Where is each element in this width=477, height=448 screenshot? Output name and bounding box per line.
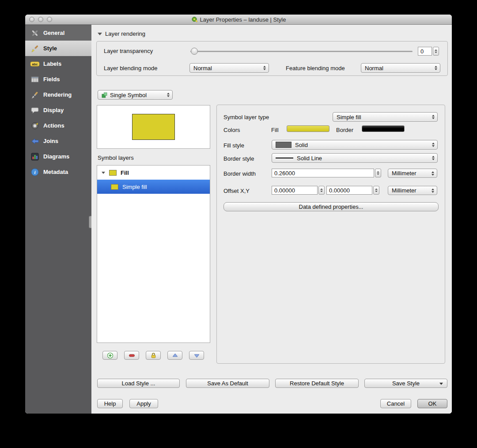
symbol-preview-swatch [132,114,175,140]
sidebar-item-actions[interactable]: Actions [25,118,91,133]
offset-y-stepper[interactable] [373,186,379,195]
sidebar-item-label: Diagrams [43,153,69,160]
titlebar[interactable]: Layer Properties – landuse | Style [25,15,452,25]
data-defined-properties-button[interactable]: Data defined properties... [223,202,439,211]
layer-transparency-label: Layer transparency [104,48,153,54]
layer-blending-mode-popup[interactable]: Normal [189,63,269,73]
help-label: Help [104,400,116,407]
renderer-type-value: Single Symbol [110,92,147,98]
transparency-slider-track[interactable] [190,51,413,52]
offset-label: Offset X,Y [223,188,250,194]
minimize-window-button[interactable] [38,17,43,22]
transparency-slider-knob[interactable] [191,48,198,55]
fill-style-popup[interactable]: Solid [272,140,438,150]
layer-blending-mode-label: Layer blending mode [104,65,157,72]
offset-unit-popup[interactable]: Millimeter [388,186,437,195]
expand-triangle-icon[interactable] [102,172,105,174]
sidebar-item-label: Joins [43,138,58,144]
sidebar-item-general[interactable]: General [25,25,91,41]
popup-arrows-icon [429,171,435,176]
border-style-label: Border style [223,155,254,162]
transparency-slider[interactable] [190,48,413,55]
action-gear-icon [30,121,40,131]
border-width-input[interactable] [272,169,374,177]
sidebar-item-metadata[interactable]: i Metadata [25,164,91,180]
add-symbol-layer-button[interactable] [102,351,117,360]
close-window-button[interactable] [29,17,34,22]
sidebar-item-display[interactable]: Display [25,102,91,118]
transparency-value-spinner [418,47,439,56]
symbol-layer-properties-groupbox: Symbol layer type Simple fill Colors Fil… [216,105,445,364]
solid-line-swatch-icon [276,158,293,158]
offset-x-input[interactable] [272,186,318,195]
restore-default-style-button[interactable]: Restore Default Style [275,379,359,388]
ok-label: OK [428,400,437,407]
apply-label: Apply [136,400,151,407]
move-layer-down-button[interactable] [189,351,204,360]
layer-rendering-section-header[interactable]: Layer rendering [98,30,145,37]
border-width-spinner [272,169,381,177]
up-arrow-icon [172,352,178,359]
zoom-window-button[interactable] [47,17,52,22]
offset-y-input[interactable] [326,186,372,195]
sidebar-item-diagrams[interactable]: Diagrams [25,149,91,164]
tree-row-simple-fill[interactable]: Simple fill [97,180,210,194]
speech-bubble-icon [30,105,40,115]
border-style-popup[interactable]: Solid Line [272,153,438,163]
cancel-button[interactable]: Cancel [380,399,411,408]
border-width-unit-value: Millimeter [392,170,416,177]
load-style-button[interactable]: Load Style ... [97,379,180,388]
border-style-value: Solid Line [297,155,322,162]
abc-label-icon: abc [30,59,40,69]
chevron-down-icon[interactable] [439,383,443,385]
move-layer-up-button[interactable] [167,351,182,360]
renderer-type-popup[interactable]: Single Symbol [98,90,173,100]
ok-button[interactable]: OK [417,399,447,408]
paintbrush-icon [30,44,40,53]
window-title-area: Layer Properties – landuse | Style [191,16,286,23]
sidebar-item-joins[interactable]: Joins [25,133,91,149]
layer-rendering-label: Layer rendering [105,30,145,37]
offset-x-spinner [272,186,325,195]
layer-properties-window: Layer Properties – landuse | Style Gener… [25,15,452,414]
fill-style-label: Fill style [223,142,244,149]
transparency-stepper[interactable] [433,47,439,56]
sidebar-item-style[interactable]: Style [25,41,91,56]
tree-row-fill[interactable]: Fill [97,166,210,180]
sidebar-item-fields[interactable]: Fields [25,72,91,87]
svg-text:abc: abc [32,62,38,66]
simple-fill-swatch-icon [111,184,118,190]
save-style-label: Save Style [392,380,420,387]
sidebar-item-label: Display [43,107,64,113]
save-style-button[interactable]: Save Style [364,379,447,388]
feature-blending-mode-popup[interactable]: Normal [361,63,440,73]
apply-button[interactable]: Apply [129,399,158,408]
qgis-icon [191,16,198,23]
collapse-triangle-icon[interactable] [98,33,102,35]
sidebar-item-rendering[interactable]: Rendering [25,87,91,102]
plus-icon [107,352,114,359]
fill-color-button[interactable] [287,125,329,132]
symbol-layer-type-popup[interactable]: Simple fill [333,112,438,122]
window-title: Layer Properties – landuse | Style [200,16,286,23]
offset-x-stepper[interactable] [318,186,325,195]
transparency-value-input[interactable] [418,47,432,56]
lock-color-button[interactable] [146,351,161,360]
popup-arrows-icon [429,156,436,160]
border-width-stepper[interactable] [375,169,381,177]
remove-symbol-layer-button[interactable] [124,351,139,360]
attribute-table-icon [30,75,40,84]
popup-arrows-icon [429,115,436,119]
tools-icon [30,28,40,38]
help-button[interactable]: Help [97,399,123,408]
border-width-unit-popup[interactable]: Millimeter [388,169,437,178]
sidebar-item-label: Fields [43,76,60,83]
symbol-layers-tree: Fill Simple fill [97,165,210,343]
save-as-default-button[interactable]: Save As Default [186,379,269,388]
symbol-layer-type-value: Simple fill [337,114,361,120]
cancel-label: Cancel [387,400,405,407]
popup-arrows-icon [432,66,439,70]
border-color-button[interactable] [362,125,405,132]
sidebar-item-labels[interactable]: abc Labels [25,56,91,72]
symbol-preview [97,105,210,149]
